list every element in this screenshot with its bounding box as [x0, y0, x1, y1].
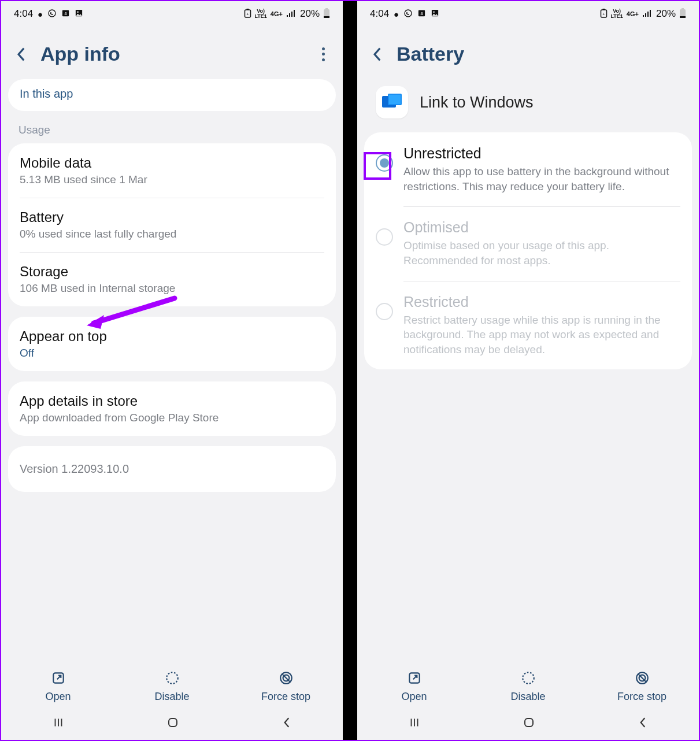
app-details-row[interactable]: App details in store App downloaded from… — [8, 381, 336, 436]
nav-back[interactable] — [281, 716, 292, 731]
option-optimised[interactable]: Optimised Optimise based on your usage o… — [364, 206, 692, 280]
app-details-title: App details in store — [20, 393, 324, 409]
svg-point-16 — [405, 10, 412, 17]
back-button[interactable] — [370, 47, 384, 61]
volte-icon: Vo)LTE1 — [255, 9, 267, 19]
svg-rect-15 — [169, 718, 177, 727]
chat-icon: ● — [38, 9, 43, 19]
radio-unrestricted[interactable] — [376, 154, 393, 172]
bottom-actions: Open Disable Force stop — [1, 662, 343, 707]
force-stop-button[interactable]: Force stop — [229, 670, 343, 703]
svg-rect-25 — [682, 8, 684, 9]
unrestricted-desc: Allow this app to use battery in the bac… — [403, 164, 680, 194]
radio-restricted[interactable] — [376, 303, 393, 320]
in-this-app-label: In this app — [20, 87, 324, 101]
svg-rect-10 — [324, 16, 329, 18]
nav-bar — [357, 707, 699, 740]
app-icon — [376, 86, 408, 118]
svg-point-20 — [434, 11, 435, 13]
svg-rect-34 — [525, 718, 533, 727]
force-stop-button[interactable]: Force stop — [585, 670, 699, 703]
force-stop-label: Force stop — [617, 691, 666, 703]
mobile-data-title: Mobile data — [20, 155, 324, 171]
usage-card: Mobile data 5.13 MB used since 1 Mar Bat… — [8, 143, 336, 306]
nav-home[interactable] — [522, 716, 536, 732]
open-button[interactable]: Open — [357, 670, 471, 703]
battery-icon — [323, 8, 330, 20]
battery-sub: 0% used since last fully charged — [20, 228, 324, 240]
restricted-title: Restricted — [403, 294, 680, 310]
option-unrestricted[interactable]: Unrestricted Allow this app to use batte… — [364, 132, 692, 206]
nav-back[interactable] — [637, 716, 649, 731]
svg-text:4: 4 — [421, 12, 423, 16]
disable-button[interactable]: Disable — [115, 670, 229, 703]
network-type: 4G+ — [271, 11, 283, 17]
appear-sub: Off — [20, 347, 324, 360]
nav-bar — [1, 707, 343, 740]
svg-rect-6 — [246, 9, 249, 10]
svg-point-0 — [49, 10, 55, 17]
disable-button[interactable]: Disable — [471, 670, 585, 703]
appear-title: Appear on top — [20, 328, 324, 344]
status-time: 4:04 — [14, 8, 33, 20]
open-icon — [406, 670, 423, 686]
open-button[interactable]: Open — [1, 670, 115, 703]
nav-recent[interactable] — [408, 716, 421, 731]
signal-icon — [642, 9, 653, 19]
nav-recent[interactable] — [52, 716, 65, 731]
back-button[interactable] — [14, 47, 28, 61]
nav-home[interactable] — [166, 716, 180, 732]
whatsapp-icon — [403, 9, 413, 20]
storage-row[interactable]: Storage 106 MB used in Internal storage — [8, 252, 336, 306]
svg-point-31 — [523, 672, 534, 684]
app-name: Link to Windows — [420, 94, 534, 112]
calendar-icon: 4 — [61, 9, 70, 19]
appear-on-top-row[interactable]: Appear on top Off — [8, 317, 336, 371]
svg-text:+: + — [602, 12, 605, 17]
app-identity-row: Link to Windows — [364, 79, 692, 132]
svg-text:+: + — [246, 12, 249, 17]
battery-title: Battery — [20, 209, 324, 225]
radio-optimised[interactable] — [376, 228, 393, 246]
signal-icon — [286, 9, 297, 19]
phone-left: 4:04 ● 4 + Vo)LTE1 4G+ 20% — [1, 1, 343, 740]
header: Battery — [357, 27, 699, 79]
image-icon — [431, 9, 439, 19]
storage-title: Storage — [20, 264, 324, 280]
storage-sub: 106 MB used in Internal storage — [20, 282, 324, 295]
option-restricted[interactable]: Restricted Restrict battery usage while … — [364, 281, 692, 370]
force-stop-icon — [278, 670, 294, 686]
image-icon — [75, 9, 83, 19]
mobile-data-row[interactable]: Mobile data 5.13 MB used since 1 Mar — [8, 143, 336, 198]
calendar-icon: 4 — [417, 9, 426, 19]
disable-icon — [520, 670, 536, 686]
chat-icon: ● — [394, 9, 399, 19]
image-divider — [343, 1, 357, 740]
battery-saver-icon: + — [600, 9, 608, 20]
more-menu-button[interactable] — [316, 46, 330, 62]
battery-icon — [679, 8, 686, 20]
svg-point-12 — [166, 672, 178, 684]
status-time: 4:04 — [370, 8, 389, 20]
usage-section-label: Usage — [8, 117, 336, 143]
content-area: In this app Usage Mobile data 5.13 MB us… — [1, 79, 343, 662]
version-card[interactable]: Version 1.22093.10.0 — [8, 446, 336, 492]
unrestricted-title: Unrestricted — [403, 145, 680, 162]
svg-text:4: 4 — [65, 12, 67, 16]
force-stop-icon — [634, 670, 650, 686]
battery-percent: 20% — [656, 8, 676, 20]
page-title: App info — [40, 43, 303, 65]
phone-right: 4:04 ● 4 + Vo)LTE1 4G+ 20% — [357, 1, 699, 740]
battery-row[interactable]: Battery 0% used since last fully charged — [8, 198, 336, 252]
store-card: App details in store App downloaded from… — [8, 381, 336, 436]
app-details-sub: App downloaded from Google Play Store — [20, 412, 324, 424]
disable-icon — [164, 670, 180, 686]
in-this-app-row[interactable]: In this app — [8, 79, 336, 111]
open-icon — [50, 670, 66, 686]
force-stop-label: Force stop — [261, 691, 310, 703]
page-title: Battery — [397, 43, 686, 65]
svg-rect-26 — [680, 16, 686, 18]
status-bar: 4:04 ● 4 + Vo)LTE1 4G+ 20% — [1, 1, 343, 27]
open-label: Open — [45, 691, 71, 703]
disable-label: Disable — [510, 691, 545, 703]
